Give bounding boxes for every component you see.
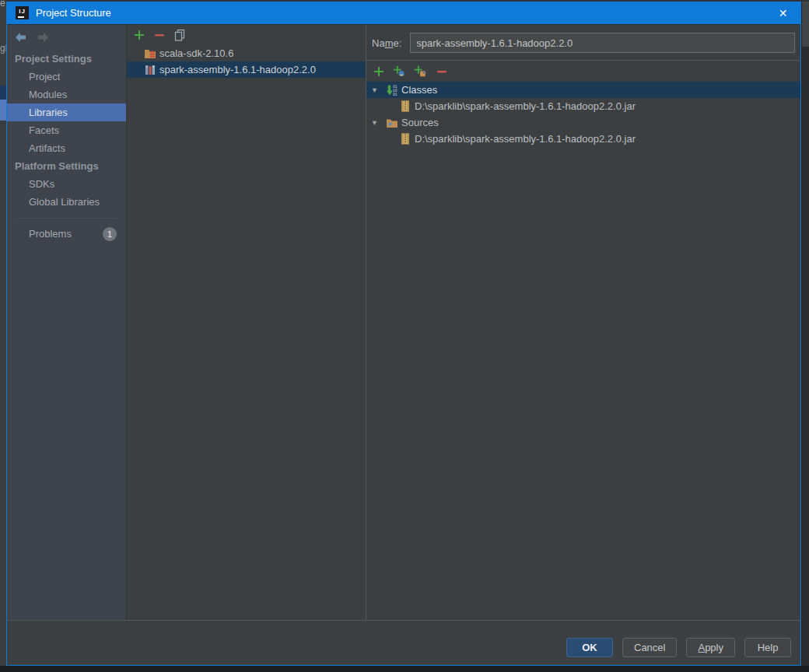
help-button[interactable]: Help	[744, 638, 791, 657]
sidebar-item-libraries[interactable]: Libraries	[7, 103, 126, 121]
background-selection-fragment	[0, 86, 6, 100]
sidebar-item-sdks[interactable]: SDKs	[7, 175, 126, 193]
tree-node-classes-jar[interactable]: D:\sparklib\spark-assembly-1.6.1-hadoop2…	[366, 98, 800, 114]
background-text-fragment: e	[0, 0, 5, 9]
library-name: spark-assembly-1.6.1-hadoop2.2.0	[159, 64, 316, 75]
minus-icon	[436, 66, 447, 77]
forward-arrow-icon	[37, 32, 49, 43]
remove-library-button[interactable]	[152, 29, 166, 42]
library-roots-tree: ▼ 01 10 01 Classes	[366, 82, 800, 620]
background-bottom-sliver	[0, 666, 809, 672]
library-name: scala-sdk-2.10.6	[159, 47, 233, 59]
classes-root-icon: 01 10 01	[386, 84, 398, 96]
jar-path: D:\sparklib\spark-assembly-1.6.1-hadoop2…	[415, 133, 636, 145]
remove-root-button[interactable]	[435, 65, 448, 78]
add-library-button[interactable]	[132, 29, 145, 42]
sidebar-item-artifacts[interactable]: Artifacts	[7, 139, 126, 157]
close-icon: ✕	[779, 7, 788, 19]
libraries-list-panel: scala-sdk-2.10.6 spark-assembly-1.6.1-ha…	[127, 25, 366, 620]
dialog-title: Project Structure	[36, 7, 111, 19]
sidebar-item-global-libraries[interactable]: Global Libraries	[7, 193, 126, 211]
intellij-logo-icon: IJ	[16, 6, 29, 19]
back-button[interactable]	[12, 29, 30, 46]
library-name-input[interactable]	[410, 33, 795, 53]
dialog-button-bar: OK Cancel Apply Help	[7, 620, 800, 665]
copy-icon	[173, 29, 186, 41]
background-panel-fragment	[802, 2, 809, 47]
jar-file-icon	[401, 133, 410, 145]
back-arrow-icon	[15, 32, 27, 43]
sidebar-item-project[interactable]: Project	[7, 68, 126, 86]
section-header-project-settings: Project Settings	[7, 50, 126, 68]
library-list-item-scala-sdk[interactable]: scala-sdk-2.10.6	[127, 45, 366, 61]
tree-node-sources-jar[interactable]: D:\sparklib\spark-assembly-1.6.1-hadoop2…	[366, 131, 800, 147]
dialog-titlebar[interactable]: IJ Project Structure ✕	[7, 2, 800, 24]
plus-icon	[373, 66, 384, 77]
library-detail-panel: Name:	[366, 25, 800, 620]
background-text-fragment: gh	[0, 43, 6, 54]
history-nav	[7, 25, 126, 50]
name-field-label: Name:	[372, 37, 401, 49]
add-attachment-button[interactable]	[414, 65, 427, 78]
minus-icon	[154, 30, 165, 40]
jar-file-icon	[401, 100, 410, 112]
close-button[interactable]: ✕	[765, 2, 800, 24]
copy-library-button[interactable]	[173, 29, 186, 42]
plus-icon	[134, 30, 145, 40]
detail-toolbar	[366, 60, 800, 82]
apply-button[interactable]: Apply	[686, 638, 735, 657]
add-root-button[interactable]	[372, 65, 385, 78]
tree-node-label: Classes	[401, 84, 437, 96]
background-window-right-sliver	[802, 0, 809, 672]
add-jar-directory-button[interactable]	[393, 65, 406, 78]
settings-sidebar: Project Settings Project Modules Librari…	[7, 25, 127, 620]
collapse-arrow-icon[interactable]: ▼	[371, 119, 379, 127]
svg-text:01: 01	[393, 93, 397, 96]
plus-document-icon	[414, 65, 427, 78]
tree-node-label: Sources	[401, 117, 439, 128]
tree-node-sources[interactable]: ▼ Sources	[366, 114, 800, 131]
background-selection-fragment	[0, 100, 6, 121]
tree-node-classes[interactable]: ▼ 01 10 01 Classes	[366, 82, 800, 98]
libraries-toolbar	[127, 25, 366, 45]
project-structure-dialog: IJ Project Structure ✕	[6, 2, 801, 666]
problems-label: Problems	[29, 228, 72, 240]
ok-button[interactable]: OK	[566, 638, 613, 657]
jar-path: D:\sparklib\spark-assembly-1.6.1-hadoop2…	[415, 100, 636, 112]
library-icon	[144, 64, 156, 76]
sidebar-item-modules[interactable]: Modules	[7, 86, 126, 103]
section-header-platform-settings: Platform Settings	[7, 157, 126, 175]
library-list-item-spark-assembly[interactable]: spark-assembly-1.6.1-hadoop2.2.0	[127, 61, 366, 78]
plus-jar-icon	[393, 65, 406, 78]
sidebar-separator	[16, 218, 117, 219]
sidebar-item-problems[interactable]: Problems 1	[7, 225, 126, 243]
cancel-button[interactable]: Cancel	[622, 638, 677, 657]
sidebar-item-facets[interactable]: Facets	[7, 121, 126, 139]
scala-sdk-icon	[144, 47, 156, 60]
background-window-left-sliver: e gh	[0, 0, 6, 672]
collapse-arrow-icon[interactable]: ▼	[371, 86, 379, 94]
sources-root-icon	[386, 117, 398, 129]
problems-count-badge: 1	[103, 227, 117, 241]
forward-button[interactable]	[33, 29, 52, 46]
